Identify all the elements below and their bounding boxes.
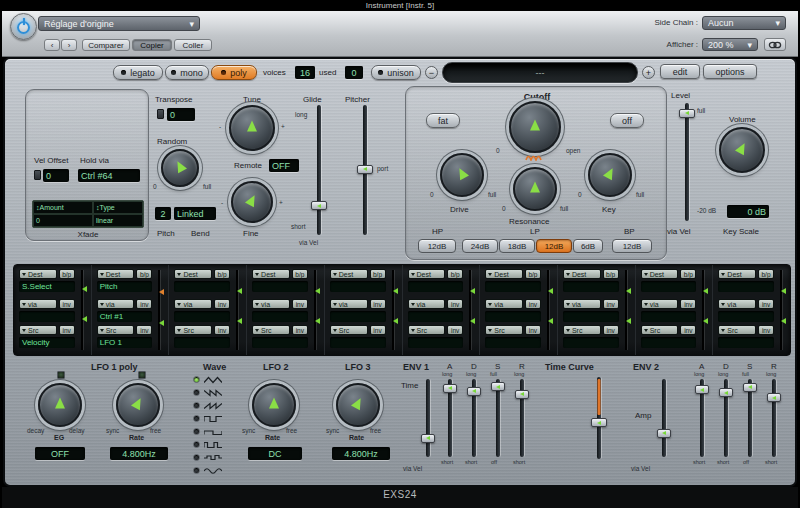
dest-dropdown[interactable]: Dest [641,269,679,279]
invert-button[interactable]: inv [758,299,774,309]
lfo2-rate-value[interactable]: DC [248,447,302,460]
lfo3-rate-value[interactable]: 4.800Hz [332,447,390,460]
invert-button[interactable]: inv [525,325,541,335]
remote-value[interactable]: OFF [269,159,299,172]
router-amount-slider[interactable] [389,270,397,350]
dest-dropdown[interactable]: Dest [408,269,446,279]
src-dropdown[interactable]: Src [252,325,290,335]
lp-24db-button[interactable]: 24dB [462,239,498,253]
wave-option[interactable] [193,386,222,399]
env1-time-slider[interactable] [421,379,435,457]
instrument-display[interactable]: --- [442,62,638,83]
resonance-knob[interactable] [513,167,557,211]
via-dropdown[interactable]: via [19,299,57,309]
power-button[interactable] [10,13,37,40]
invert-button[interactable]: inv [680,299,696,309]
bend-range-value[interactable]: 2 [155,207,171,220]
fine-knob[interactable] [231,181,273,223]
invert-button[interactable]: inv [136,299,152,309]
lp-6db-button[interactable]: 6dB [573,239,603,253]
vel-offset-mini-button[interactable] [34,170,41,180]
dest-dropdown[interactable]: Dest [252,269,290,279]
wave-radio[interactable] [193,441,200,448]
via-dropdown[interactable]: via [485,299,523,309]
dest-value[interactable] [641,281,697,292]
router-amount-slider[interactable] [544,270,552,350]
dest-value[interactable] [485,281,541,292]
wave-radio[interactable] [193,376,200,383]
next-preset-button[interactable]: › [61,39,77,51]
amount-header[interactable]: ↕Amount [33,201,93,214]
via-dropdown[interactable]: via [174,299,212,309]
dest-value[interactable] [174,281,230,292]
via-value[interactable] [641,311,697,322]
lp-18db-button[interactable]: 18dB [499,239,535,253]
dest-dropdown[interactable]: Dest [485,269,523,279]
src-value[interactable] [408,337,464,348]
bypass-button[interactable]: b/p [758,269,774,279]
bypass-button[interactable]: b/p [447,269,463,279]
invert-button[interactable]: inv [603,325,619,335]
hold-via-value[interactable]: Ctrl #64 [78,169,140,182]
paste-button[interactable]: Coller [174,39,212,51]
src-value[interactable] [485,337,541,348]
preset-dropdown[interactable]: Réglage d'origine▾ [38,16,200,31]
src-value[interactable] [252,337,308,348]
cutoff-knob[interactable] [509,101,561,153]
router-amount-slider[interactable] [311,270,319,350]
level-slider[interactable] [679,103,695,221]
env1-decay-slider[interactable] [467,379,481,457]
vel-offset-value[interactable]: 0 [43,169,69,182]
bypass-button[interactable]: b/p [214,269,230,279]
router-amount-slider[interactable] [699,270,707,350]
side-chain-dropdown[interactable]: Aucun▾ [702,16,786,30]
src-value[interactable]: Velocity [19,337,75,348]
wave-radio[interactable] [193,454,200,461]
invert-button[interactable]: inv [136,325,152,335]
bypass-button[interactable]: b/p [680,269,696,279]
mono-button[interactable]: mono [165,65,209,80]
zone-minus-button[interactable]: − [425,66,438,79]
eg-value[interactable]: OFF [35,447,85,460]
via-dropdown[interactable]: via [252,299,290,309]
poly-button[interactable]: poly [211,65,257,80]
drive-knob[interactable] [440,153,484,197]
via-value[interactable] [252,311,308,322]
env2-amp-vel-slider[interactable] [657,379,671,457]
wave-radio[interactable] [193,428,200,435]
zone-plus-button[interactable]: + [642,66,655,79]
dest-value[interactable] [408,281,464,292]
amount-value[interactable]: 0 [33,214,93,227]
invert-button[interactable]: inv [214,299,230,309]
via-value[interactable] [19,311,75,322]
router-amount-slider[interactable] [155,270,163,350]
link-button[interactable] [764,38,786,51]
env2-decay-slider[interactable] [719,379,733,457]
bypass-button[interactable]: b/p [292,269,308,279]
transpose-value[interactable]: 0 [167,108,195,121]
volume-knob[interactable] [719,127,765,173]
src-dropdown[interactable]: Src [97,325,135,335]
bypass-button[interactable]: b/p [525,269,541,279]
src-value[interactable] [174,337,230,348]
invert-button[interactable]: inv [525,299,541,309]
wave-radio[interactable] [193,415,200,422]
lfo2-rate-knob[interactable] [252,383,296,427]
src-dropdown[interactable]: Src [19,325,57,335]
prev-preset-button[interactable]: ‹ [44,39,60,51]
invert-button[interactable]: inv [447,325,463,335]
invert-button[interactable]: inv [680,325,696,335]
options-button[interactable]: options [703,64,757,79]
unison-button[interactable]: unison [371,65,421,80]
lfo1-eg-knob[interactable] [38,383,82,427]
lfo1-rate-value[interactable]: 4.800Hz [110,447,168,460]
invert-button[interactable]: inv [292,325,308,335]
router-amount-slider[interactable] [622,270,630,350]
dest-value[interactable] [330,281,386,292]
src-dropdown[interactable]: Src [641,325,679,335]
src-dropdown[interactable]: Src [330,325,368,335]
invert-button[interactable]: inv [758,325,774,335]
invert-button[interactable]: inv [292,299,308,309]
glide-slider[interactable] [311,105,327,235]
src-value[interactable] [718,337,774,348]
